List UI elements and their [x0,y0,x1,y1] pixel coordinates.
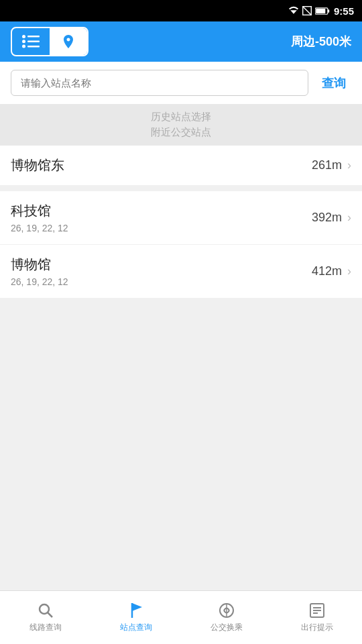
svg-marker-0 [290,10,297,14]
map-pin-icon [60,34,76,50]
search-input[interactable] [11,70,308,96]
svg-rect-7 [27,41,40,43]
chevron-right-icon: › [347,158,351,172]
station-distance: 392m [312,211,342,225]
nav-item-routes[interactable]: 线路查询 [0,591,90,644]
tips-icon [308,602,326,619]
station-name: 博物馆 [11,256,312,274]
nav-label-routes: 线路查询 [29,622,62,633]
view-mode-tabs[interactable] [11,27,88,56]
nav-item-stops[interactable]: 站点查询 [90,591,181,644]
svg-line-13 [48,612,52,617]
header-title: 周边-500米 [291,34,351,50]
status-icons [288,6,330,15]
list-view-tab[interactable] [12,28,50,55]
nav-label-stops: 站点查询 [120,622,152,633]
nearby-category[interactable]: 附近公交站点 [11,126,351,139]
transfer-icon [218,602,235,619]
svg-rect-5 [316,8,325,13]
svg-point-9 [22,35,25,38]
flag-icon [127,602,145,619]
station-item[interactable]: 博物馆 26, 19, 22, 12 412m › [0,245,362,299]
svg-point-10 [22,40,25,43]
svg-rect-4 [328,9,329,13]
nav-label-trip: 出行提示 [301,622,333,633]
search-icon [37,602,54,619]
chevron-right-icon: › [347,211,351,225]
status-time: 9:55 [334,5,354,17]
bottom-nav: 线路查询 站点查询 公交换乘 出行提示 [0,590,362,644]
svg-point-12 [40,604,49,614]
nav-item-transfer[interactable]: 公交换乘 [181,591,272,644]
status-bar: 9:55 [0,0,362,21]
station-name: 博物馆东 [11,156,312,174]
list-icon [22,35,40,48]
divider [0,186,362,191]
map-view-tab[interactable] [50,28,87,55]
station-item[interactable]: 科技馆 26, 19, 22, 12 392m › [0,191,362,245]
station-list: 博物馆东 261m › 科技馆 26, 19, 22, 12 392m › 博物… [0,146,362,299]
station-name: 科技馆 [11,202,312,220]
svg-point-11 [22,45,25,48]
app-header: 周边-500米 [0,21,362,62]
wifi-icon [288,6,299,15]
station-distance: 261m [312,158,342,172]
station-info: 博物馆东 [11,156,312,174]
nav-label-transfer: 公交换乘 [210,622,243,633]
svg-line-2 [303,7,312,15]
station-info: 博物馆 26, 19, 22, 12 [11,256,312,287]
search-button[interactable]: 查询 [316,72,351,94]
chevron-right-icon: › [347,264,351,278]
signal-icon [302,6,312,15]
svg-rect-6 [27,36,40,38]
nav-item-trip[interactable]: 出行提示 [272,591,362,644]
svg-rect-8 [27,46,40,48]
station-routes: 26, 19, 22, 12 [11,276,312,287]
station-item[interactable]: 博物馆东 261m › [0,146,362,186]
history-category[interactable]: 历史站点选择 [11,111,351,123]
station-info: 科技馆 26, 19, 22, 12 [11,202,312,233]
station-routes: 26, 19, 22, 12 [11,223,312,233]
station-distance: 412m [312,264,342,278]
battery-icon [315,7,330,15]
search-bar: 查询 [0,62,362,104]
category-header: 历史站点选择 附近公交站点 [0,104,362,146]
